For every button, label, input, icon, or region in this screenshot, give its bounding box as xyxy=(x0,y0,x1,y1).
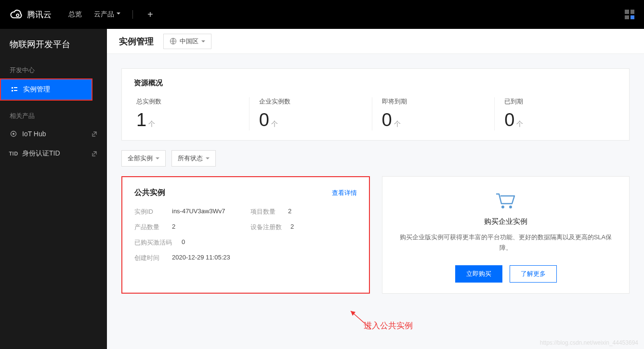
stat-value: 0 xyxy=(259,110,269,130)
page-header: 实例管理 中国区 xyxy=(107,29,644,54)
stat-expiring: 即将到期 0个 xyxy=(372,97,495,130)
tid-icon: TID xyxy=(10,150,17,157)
nav-overview[interactable]: 总览 xyxy=(68,10,82,19)
top-nav: 总览 云产品 + xyxy=(68,9,156,20)
svg-rect-4 xyxy=(14,90,17,91)
sidebar-item-tid[interactable]: TID 身份认证TID xyxy=(0,143,107,164)
hub-icon xyxy=(10,130,17,138)
stat-label: 即将到期 xyxy=(382,97,485,106)
kv-device-count: 设备注册数2 xyxy=(250,223,357,232)
filter-status[interactable]: 所有状态 xyxy=(171,150,216,167)
topbar-right xyxy=(625,10,634,19)
svg-rect-3 xyxy=(12,90,13,91)
external-link-icon xyxy=(92,151,97,156)
sidebar-item-iot-hub[interactable]: IoT Hub xyxy=(0,124,107,143)
stat-total: 总实例数 1个 xyxy=(134,97,249,130)
stat-unit: 个 xyxy=(271,120,278,128)
page-title: 实例管理 xyxy=(119,36,154,47)
sidebar-product-title: 物联网开发平台 xyxy=(0,39,107,62)
stat-label: 企业实例数 xyxy=(259,97,362,106)
add-button[interactable]: + xyxy=(145,9,156,20)
stat-unit: 个 xyxy=(394,120,401,128)
stat-enterprise: 企业实例数 0个 xyxy=(249,97,372,130)
kv-create-time: 创建时间2020-12-29 11:05:23 xyxy=(134,254,357,262)
buy-card-desc: 购买企业版实例可获得更丰富的平台功能、更好的数据隔离以及更高的SLA保障。 xyxy=(394,232,617,253)
overview-card: 资源概况 总实例数 1个 企业实例数 0个 即将到期 0个 已到期 0个 xyxy=(121,68,630,141)
cards-row: 公共实例 查看详情 实例IDins-47UV3aw3Wv7 项目数量2 产品数量… xyxy=(121,176,630,294)
learn-more-button[interactable]: 了解更多 xyxy=(510,265,557,283)
svg-rect-1 xyxy=(12,87,13,89)
svg-rect-2 xyxy=(14,87,17,88)
globe-icon xyxy=(170,38,177,45)
region-label: 中国区 xyxy=(180,37,198,46)
sidebar-item-label: 身份认证TID xyxy=(22,149,60,158)
sidebar-item-label: 实例管理 xyxy=(23,85,50,94)
stat-value: 0 xyxy=(504,110,514,130)
stat-unit: 个 xyxy=(148,120,155,128)
kv-activation-code: 已购买激活码0 xyxy=(134,238,357,247)
kv-project-count: 项目数量2 xyxy=(250,207,357,216)
shopping-cart-icon xyxy=(494,191,517,210)
buy-now-button[interactable]: 立即购买 xyxy=(455,265,502,283)
brand-logo[interactable]: 腾讯云 xyxy=(10,8,52,21)
sidebar-item-label: IoT Hub xyxy=(22,130,46,138)
filter-instance-type[interactable]: 全部实例 xyxy=(121,150,166,167)
region-selector[interactable]: 中国区 xyxy=(163,34,211,49)
view-detail-link[interactable]: 查看详情 xyxy=(332,189,357,197)
brand-name: 腾讯云 xyxy=(27,9,52,20)
buy-enterprise-card: 购买企业实例 购买企业版实例可获得更丰富的平台功能、更好的数据隔离以及更高的SL… xyxy=(382,176,630,294)
svg-point-8 xyxy=(501,206,504,208)
stat-expired: 已到期 0个 xyxy=(494,97,617,130)
public-instance-card[interactable]: 公共实例 查看详情 实例IDins-47UV3aw3Wv7 项目数量2 产品数量… xyxy=(121,176,370,294)
svg-point-6 xyxy=(13,133,14,135)
external-link-icon xyxy=(92,131,97,137)
kv-instance-id: 实例IDins-47UV3aw3Wv7 xyxy=(134,207,241,216)
chevron-down-icon xyxy=(201,40,205,44)
filter-label: 所有状态 xyxy=(178,154,203,163)
stat-unit: 个 xyxy=(516,120,523,128)
content: 资源概况 总实例数 1个 企业实例数 0个 即将到期 0个 已到期 0个 xyxy=(107,54,644,349)
filter-label: 全部实例 xyxy=(128,154,153,163)
stats-row: 总实例数 1个 企业实例数 0个 即将到期 0个 已到期 0个 xyxy=(134,97,617,130)
stat-value: 1 xyxy=(136,110,146,130)
sidebar-section-dev: 开发中心 xyxy=(0,62,107,78)
topbar: 腾讯云 总览 云产品 + xyxy=(0,0,644,29)
svg-point-9 xyxy=(509,206,512,208)
sidebar-section-related: 相关产品 xyxy=(0,108,107,124)
stat-label: 总实例数 xyxy=(136,97,239,106)
list-icon xyxy=(11,86,18,93)
stat-value: 0 xyxy=(382,110,392,130)
instance-card-title: 公共实例 xyxy=(134,188,165,198)
chevron-down-icon xyxy=(156,157,159,161)
buy-card-title: 购买企业实例 xyxy=(484,217,527,226)
overview-title: 资源概况 xyxy=(134,78,617,88)
nav-products[interactable]: 云产品 xyxy=(94,10,120,19)
cloud-logo-icon xyxy=(10,8,23,21)
svg-point-0 xyxy=(16,14,19,16)
sidebar: 物联网开发平台 开发中心 实例管理 相关产品 IoT Hub TID 身份认证T… xyxy=(0,29,107,349)
chevron-down-icon xyxy=(206,157,210,161)
sidebar-item-instance-management[interactable]: 实例管理 xyxy=(0,78,92,101)
kv-product-count: 产品数量2 xyxy=(134,223,241,232)
apps-grid-icon[interactable] xyxy=(625,10,634,19)
stat-label: 已到期 xyxy=(504,97,607,106)
main-area: 实例管理 中国区 资源概况 总实例数 1个 企业实例数 0个 即将到期 xyxy=(107,29,644,349)
nav-divider xyxy=(132,10,133,19)
filters: 全部实例 所有状态 xyxy=(121,150,630,167)
